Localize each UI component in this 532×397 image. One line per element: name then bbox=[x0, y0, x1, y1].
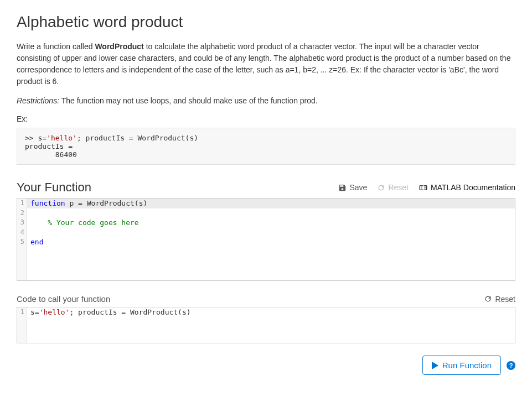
book-icon bbox=[419, 184, 428, 192]
sample-l3: 86400 bbox=[25, 150, 77, 159]
save-label: Save bbox=[349, 183, 367, 192]
kw: end bbox=[30, 238, 43, 246]
page-title: Alphabetic word product bbox=[17, 13, 515, 31]
reset-icon bbox=[484, 295, 492, 303]
reset-button[interactable]: Reset bbox=[377, 183, 409, 192]
line-number: 2 bbox=[17, 208, 27, 218]
save-button[interactable]: Save bbox=[338, 183, 367, 192]
editor-toolbar: Save Reset MATLAB Documentation bbox=[338, 183, 515, 192]
editor-padding bbox=[17, 317, 515, 343]
sample-l1-str: 'hello' bbox=[47, 134, 77, 142]
sample-l1-suffix: ; productIs = WordProduct(s) bbox=[77, 134, 198, 142]
desc-prefix: Write a function called bbox=[17, 42, 95, 51]
editor-line: 5 end bbox=[17, 237, 515, 247]
run-label: Run Function bbox=[442, 361, 492, 370]
indent bbox=[30, 218, 48, 227]
save-icon bbox=[338, 184, 347, 192]
restrictions: Restrictions: The function may not use l… bbox=[17, 95, 515, 107]
comment: % Your code goes here bbox=[48, 218, 138, 227]
example-label: Ex: bbox=[17, 114, 515, 123]
sample-l1-prefix: >> s= bbox=[25, 134, 47, 142]
editor-line: 2 bbox=[17, 208, 515, 218]
kw: function bbox=[30, 199, 65, 207]
reset-icon bbox=[377, 184, 385, 192]
line-number: 1 bbox=[17, 198, 27, 208]
your-function-heading: Your Function bbox=[17, 180, 91, 195]
help-icon[interactable]: ? bbox=[507, 361, 515, 370]
play-icon bbox=[432, 362, 438, 369]
editor-line: 1 function p = WordProduct(s) bbox=[17, 198, 515, 208]
restrictions-text: The function may not use loops, and shou… bbox=[59, 96, 318, 105]
call-editor[interactable]: 1 s='hello'; productIs = WordProduct(s) bbox=[17, 307, 515, 343]
line-number: 5 bbox=[17, 237, 27, 247]
sample-l2: productIs = bbox=[25, 142, 73, 150]
call-function-heading: Code to call your function bbox=[17, 294, 110, 304]
editor-padding bbox=[17, 247, 515, 280]
line-number: 1 bbox=[17, 307, 27, 317]
reset-call-label: Reset bbox=[495, 295, 515, 304]
doc-label: MATLAB Documentation bbox=[431, 183, 515, 192]
code-text: ; productIs = WordProduct(s) bbox=[69, 308, 190, 316]
restrictions-label: Restrictions: bbox=[17, 96, 59, 105]
function-editor[interactable]: 1 function p = WordProduct(s) 2 3 % Your… bbox=[17, 198, 515, 281]
reset-call-button[interactable]: Reset bbox=[484, 295, 515, 304]
reset-label: Reset bbox=[388, 183, 409, 192]
example-code-block: >> s='hello'; productIs = WordProduct(s)… bbox=[17, 128, 515, 165]
string: 'hello' bbox=[39, 308, 70, 316]
editor-line: 1 s='hello'; productIs = WordProduct(s) bbox=[17, 307, 515, 317]
desc-fn-name: WordProduct bbox=[95, 42, 143, 51]
run-function-button[interactable]: Run Function bbox=[422, 356, 501, 375]
line-number: 4 bbox=[17, 228, 27, 237]
code-text: s= bbox=[30, 308, 39, 316]
problem-description: Write a function called WordProduct to c… bbox=[17, 41, 515, 87]
code-text: p = WordProduct(s) bbox=[65, 199, 148, 207]
matlab-doc-button[interactable]: MATLAB Documentation bbox=[419, 183, 515, 192]
editor-line: 3 % Your code goes here bbox=[17, 218, 515, 228]
line-number: 3 bbox=[17, 218, 27, 228]
editor-line: 4 bbox=[17, 228, 515, 237]
